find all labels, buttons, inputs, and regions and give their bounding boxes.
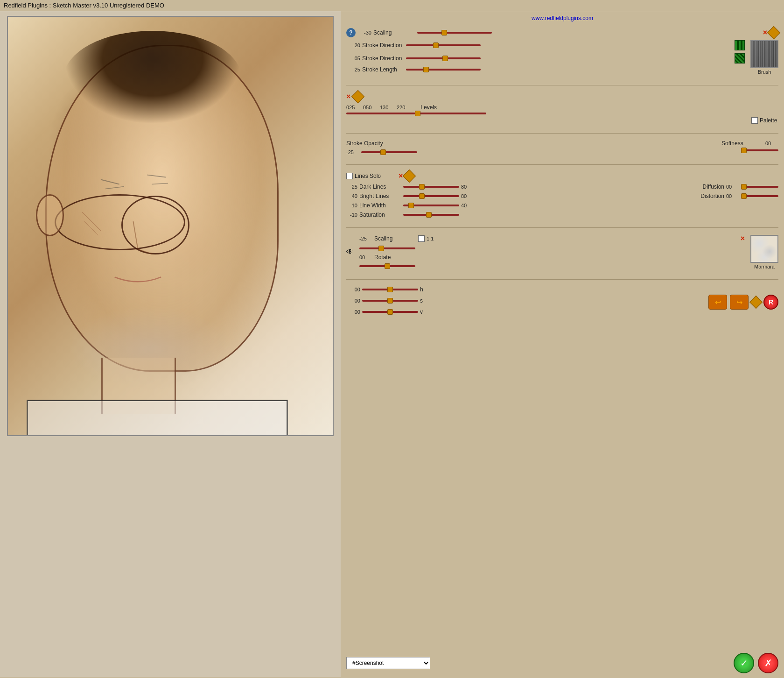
diamond-icon-3[interactable] xyxy=(403,170,416,183)
stroke-length-label: Stroke Length xyxy=(362,66,404,73)
marmara-rotate-label: Rotate xyxy=(374,254,416,261)
scaling-label: Scaling xyxy=(373,29,415,36)
diagonal-stripes-icon[interactable] xyxy=(735,53,745,64)
stroke-len-value: 25 xyxy=(346,67,360,72)
diamond-icon-1[interactable] xyxy=(767,26,780,39)
svg-line-0 xyxy=(101,180,119,184)
distortion-value: 00 xyxy=(726,193,739,199)
help-button[interactable]: ? xyxy=(346,28,356,37)
lines-solo-checkbox[interactable] xyxy=(346,173,353,179)
bright-lines-val-2: 80 xyxy=(461,193,474,199)
diamond-icon-4[interactable] xyxy=(749,296,763,309)
one-to-one-label: 1:1 xyxy=(427,236,434,241)
svg-line-1 xyxy=(105,186,124,189)
dark-lines-slider[interactable] xyxy=(403,186,459,188)
marmara-section: 👁 -25 Scaling 1:1 × 00 Rotate xyxy=(346,233,778,275)
lines-section: Lines Solo × 25 Dark Lines 80 Diffusion … xyxy=(346,170,778,223)
stroke-length-slider[interactable] xyxy=(406,69,481,71)
stroke-opacity-label: Stroke Opacity xyxy=(346,140,388,147)
line-width-slider[interactable] xyxy=(403,205,459,206)
diffusion-slider[interactable] xyxy=(741,186,778,188)
green-stripes-icon[interactable] xyxy=(735,40,745,50)
v-value: 00 xyxy=(346,309,360,315)
eye-icon[interactable]: 👁 xyxy=(346,248,354,256)
stroke-opacity-slider[interactable] xyxy=(361,151,417,153)
svg-line-5 xyxy=(138,249,152,254)
stroke-direction-slider-1[interactable] xyxy=(406,44,481,46)
levels-slider[interactable] xyxy=(346,113,486,114)
right-panel: www.redfieldplugins.com ? -30 Scaling × … xyxy=(341,11,784,677)
diamond-icon-2[interactable] xyxy=(351,90,364,103)
cancel-button[interactable]: ✗ xyxy=(758,653,778,673)
s-label: s xyxy=(420,297,427,304)
redo-button[interactable]: ↪ xyxy=(730,295,749,310)
brush-label: Brush xyxy=(758,69,771,75)
distortion-label: Distortion xyxy=(696,193,724,199)
s-value: 00 xyxy=(346,298,360,304)
stroke-direction-label-1: Stroke Direction xyxy=(362,42,404,49)
marmara-scaling-label: Scaling xyxy=(374,235,416,242)
app-title: Redfield Plugins : Sketch Master v3.10 U… xyxy=(4,2,164,9)
svg-line-7 xyxy=(84,221,98,235)
website-anchor[interactable]: www.redfieldplugins.com xyxy=(532,15,593,21)
stroke-opacity-section: Stroke Opacity -25 Softness 00 xyxy=(346,138,778,160)
marmara-rotate-slider[interactable] xyxy=(359,265,415,267)
bright-lines-slider[interactable] xyxy=(403,195,459,197)
diffusion-label: Diffusion xyxy=(696,184,724,190)
brush-preview xyxy=(750,40,778,68)
undo-button[interactable]: ↩ xyxy=(708,295,727,310)
palette-label: Palette xyxy=(760,117,778,124)
levels-val-4: 220 xyxy=(397,105,411,110)
sketch-canvas xyxy=(7,16,334,436)
s-slider[interactable] xyxy=(362,300,418,302)
h-label: h xyxy=(420,286,427,293)
scaling-value-1: -30 xyxy=(357,30,371,35)
stroke-direction-label-2: Stroke Direction xyxy=(362,55,404,62)
svg-line-6 xyxy=(82,212,101,231)
h-value: 00 xyxy=(346,287,360,292)
screenshot-dropdown[interactable]: #Screenshot #Layer #Background xyxy=(346,657,430,669)
distortion-slider[interactable] xyxy=(741,195,778,197)
line-width-val-2: 40 xyxy=(461,203,474,208)
x-icon-4[interactable]: × xyxy=(741,234,745,243)
bright-lines-label: Bright Lines xyxy=(359,193,401,199)
levels-val-3: 130 xyxy=(380,105,394,110)
x-icon-2[interactable]: × xyxy=(346,92,350,101)
stroke-opacity-value: -25 xyxy=(346,149,359,155)
saturation-value: -10 xyxy=(346,212,357,218)
diffusion-value: 00 xyxy=(726,184,739,190)
canvas-area xyxy=(0,11,341,677)
dark-lines-val-1: 25 xyxy=(346,184,357,190)
palette-checkbox[interactable] xyxy=(751,117,758,124)
r-button[interactable]: R xyxy=(763,295,778,310)
one-to-one-checkbox[interactable] xyxy=(418,235,425,242)
saturation-label: Saturation xyxy=(359,212,401,218)
x-icon-1[interactable]: × xyxy=(763,28,767,37)
website-link[interactable]: www.redfieldplugins.com xyxy=(346,15,778,21)
h-slider[interactable] xyxy=(362,289,418,290)
svg-line-4 xyxy=(133,221,138,249)
marmara-label: Marmara xyxy=(754,264,775,269)
ok-button[interactable]: ✓ xyxy=(734,653,754,673)
softness-label: Softness xyxy=(721,140,763,147)
bright-lines-val-1: 40 xyxy=(346,193,357,199)
softness-slider[interactable] xyxy=(741,149,778,151)
dark-lines-val-2: 80 xyxy=(461,184,474,190)
marmara-preview xyxy=(750,235,778,263)
cancel-icon: ✗ xyxy=(764,657,772,669)
levels-section: × 025 050 130 220 Levels Palette xyxy=(346,90,778,128)
levels-label: Levels xyxy=(413,104,437,111)
svg-line-3 xyxy=(152,184,168,184)
marmara-rotate-value: 00 xyxy=(359,254,372,260)
levels-val-1: 025 xyxy=(346,105,360,110)
v-slider[interactable] xyxy=(362,311,418,313)
stroke-direction-slider-2[interactable] xyxy=(406,57,481,59)
levels-val-2: 050 xyxy=(363,105,377,110)
dark-lines-label: Dark Lines xyxy=(359,184,401,190)
title-bar: Redfield Plugins : Sketch Master v3.10 U… xyxy=(0,0,784,11)
marmara-scaling-slider[interactable] xyxy=(359,247,415,249)
saturation-slider[interactable] xyxy=(403,214,459,216)
scaling-slider[interactable] xyxy=(417,32,492,34)
marmara-scaling-value: -25 xyxy=(359,236,372,241)
svg-line-2 xyxy=(147,175,166,177)
